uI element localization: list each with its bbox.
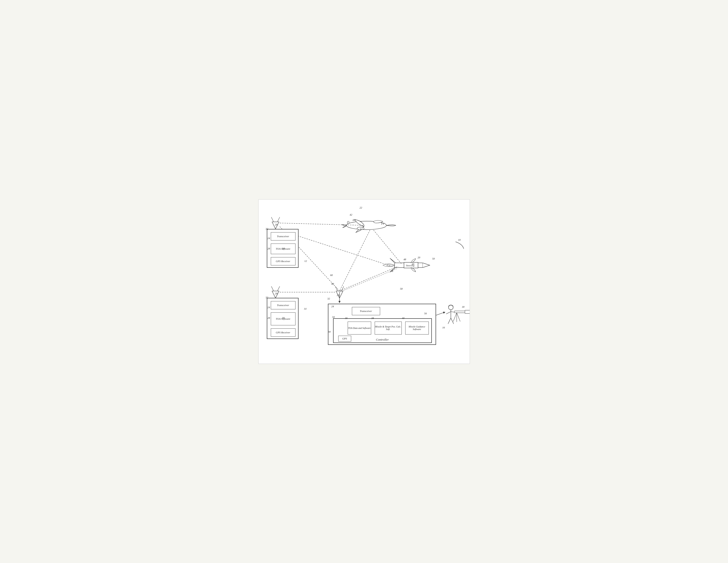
ref-14: 14 (304, 307, 307, 310)
svg-point-0 (346, 221, 386, 229)
svg-line-12 (448, 318, 451, 324)
ref-30-bot: 30 (282, 316, 285, 319)
controller-label: Controller (376, 338, 389, 342)
ref-46: 46 (412, 263, 414, 265)
ref-52: 52 (360, 227, 363, 230)
svg-line-26 (277, 286, 280, 291)
ref-24-mid: 24 (331, 305, 334, 308)
ref-48: 48 (404, 258, 406, 261)
ref-26-bot: 26 (275, 292, 278, 295)
svg-line-9 (451, 311, 456, 312)
svg-line-37 (339, 266, 398, 291)
ref-42: 42 (350, 213, 352, 216)
ref-10: 10 (458, 238, 461, 241)
ref-28-bot: 28 (268, 316, 270, 319)
ref-20: 20 (418, 256, 420, 259)
transceiver-box-bot: Transceiver (271, 301, 295, 309)
ref-38: 38 (371, 317, 374, 319)
svg-line-14 (453, 313, 456, 321)
ref-12: 12 (304, 260, 307, 262)
svg-line-21 (277, 217, 280, 222)
gps-receiver-box-top: GPS Receiver (271, 257, 295, 265)
ref-32-mid: 32 (327, 297, 330, 300)
svg-rect-4 (404, 262, 418, 268)
svg-point-6 (448, 305, 453, 310)
svg-rect-11 (465, 310, 469, 313)
ref-32-top: 32 (266, 227, 268, 230)
ref-26-top: 26 (275, 223, 278, 226)
svg-line-25 (271, 286, 274, 291)
ref-40: 40 (402, 317, 405, 319)
missile-guidance-box: Missile Guidance Software (405, 322, 429, 335)
aircraft: TV (342, 219, 396, 232)
ref-36: 36 (345, 317, 348, 319)
ref-60b: 60 (331, 282, 334, 285)
svg-line-28 (339, 291, 343, 298)
svg-line-15 (456, 313, 460, 321)
ref-44: 44 (353, 218, 355, 221)
gps-mid-box: GPS (338, 336, 351, 342)
svg-line-8 (446, 311, 451, 314)
ref-56: 56 (424, 312, 427, 315)
ref-28-top: 28 (268, 247, 270, 250)
ref-22: 22 (360, 206, 362, 209)
svg-rect-10 (454, 311, 466, 313)
svg-text:TV: TV (381, 222, 385, 225)
ref-32-bot: 32 (266, 296, 268, 299)
patent-diagram: TV Steering (258, 199, 470, 364)
missile-target-box: Missile & Target Pos. Calc. Soft. (375, 322, 402, 335)
ref-34: 34 (332, 315, 335, 318)
svg-line-31 (341, 286, 344, 291)
gps-receiver-box-bot: GPS Receiver (271, 328, 295, 337)
toa-data-box: TOA Data and Software (348, 322, 371, 335)
inner-controller: TOA Data and Software Missile & Target P… (333, 318, 432, 343)
ref-24-top: 24 (268, 237, 270, 240)
transceiver-box-top: Transceiver (271, 232, 295, 240)
ref-18: 18 (462, 305, 464, 308)
ref-58: 58 (400, 287, 403, 290)
svg-line-20 (271, 217, 274, 222)
ref-60a: 60 (330, 274, 333, 276)
ref-26-mid: 26 (337, 294, 339, 296)
svg-rect-3 (394, 263, 423, 268)
transceiver-mid-box: Transceiver (352, 307, 380, 315)
controller-box: Transceiver TOA Data and Software Missil… (328, 304, 436, 345)
svg-line-13 (451, 318, 453, 324)
svg-line-35 (339, 230, 370, 291)
ref-50: 50 (432, 257, 435, 260)
ref-24-bot: 24 (268, 306, 270, 309)
ref-16: 16 (442, 326, 445, 329)
svg-line-41 (339, 269, 397, 292)
svg-line-32 (280, 223, 364, 225)
svg-line-30 (335, 286, 338, 291)
ref-54: 54 (391, 270, 393, 272)
svg-line-36 (373, 230, 401, 264)
ref-30-mid: 30 (328, 330, 331, 333)
soldier (446, 305, 470, 324)
ref-30-top: 30 (282, 247, 285, 250)
